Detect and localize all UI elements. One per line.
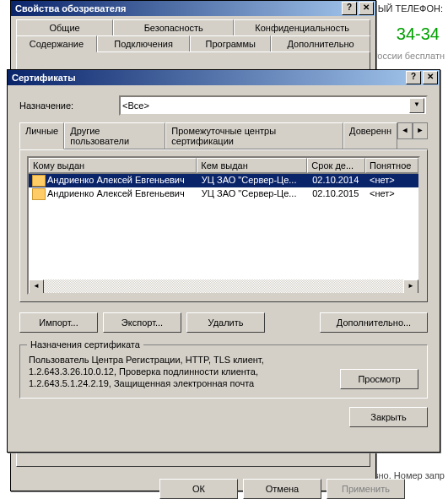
tab-security[interactable]: Безопасность — [113, 19, 234, 35]
certs-help-button[interactable]: ? — [406, 71, 421, 84]
tab-programs[interactable]: Программы — [190, 35, 271, 52]
col-friendly-name[interactable]: Понятное — [365, 158, 418, 173]
scroll-track[interactable] — [44, 279, 403, 293]
tab-scroll-right[interactable]: ► — [413, 122, 428, 139]
ok-button[interactable]: ОК — [159, 479, 238, 499]
cert-icon — [32, 175, 46, 187]
import-button[interactable]: Импорт... — [19, 312, 98, 333]
props-tabs: Общие Безопасность Конфиденциальность — [11, 16, 375, 35]
tab-personal[interactable]: Личные — [19, 122, 64, 149]
cert-icon — [32, 188, 46, 200]
col-issued-to[interactable]: Кому выдан — [29, 158, 197, 173]
scroll-right-icon[interactable]: ► — [403, 279, 418, 295]
purpose-group: Назначения сертификата Пользователь Цент… — [19, 344, 428, 399]
help-button[interactable]: ? — [342, 2, 357, 15]
bg-free-text: России бесплатн — [372, 51, 448, 61]
purpose-select[interactable]: <Все> ▼ — [119, 95, 428, 116]
chevron-down-icon[interactable]: ▼ — [409, 98, 424, 113]
certs-titlebar: Сертификаты ? ✕ — [8, 70, 440, 85]
props-titlebar: Свойства обозревателя ? ✕ — [11, 1, 375, 16]
view-button[interactable]: Просмотр — [340, 369, 418, 389]
cert-button-row: Импорт... Экспорт... Удалить Дополнитель… — [19, 312, 428, 333]
props-button-row: ОК Отмена Применить — [154, 472, 375, 499]
hscrollbar[interactable]: ◄ ► — [29, 279, 418, 293]
cert-list[interactable]: Кому выдан Кем выдан Срок де... Понятное… — [27, 156, 420, 295]
tab-scroll-left[interactable]: ◄ — [397, 122, 413, 139]
close-button[interactable]: ✕ — [359, 2, 374, 15]
col-expiry[interactable]: Срок де... — [307, 158, 365, 173]
tab-connections[interactable]: Подключения — [97, 35, 191, 52]
apply-button[interactable]: Применить — [327, 479, 405, 499]
export-button[interactable]: Экспорт... — [103, 312, 181, 333]
tab-intermediate[interactable]: Промежуточные центры сертификации — [165, 122, 343, 149]
tab-privacy[interactable]: Конфиденциальность — [234, 19, 370, 35]
tab-general[interactable]: Общие — [16, 19, 113, 35]
bg-phone-number: 34-34 — [388, 20, 448, 48]
purpose-value: <Все> — [122, 100, 409, 111]
props-tabs-2: Содержание Подключения Программы Дополни… — [11, 35, 375, 52]
props-title: Свойства обозревателя — [13, 3, 340, 14]
cert-tabs: Личные Другие пользователи Промежуточные… — [19, 122, 428, 149]
group-title: Назначения сертификата — [27, 339, 143, 350]
tab-advanced[interactable]: Дополнительно — [271, 35, 370, 52]
certs-close-button[interactable]: ✕ — [423, 71, 438, 84]
purpose-text: Пользователь Центра Регистрации, HTTP, T… — [29, 354, 333, 389]
advanced-button[interactable]: Дополнительно... — [320, 312, 428, 333]
tab-other-users[interactable]: Другие пользователи — [64, 122, 165, 149]
purpose-label: Назначение: — [19, 100, 112, 111]
delete-button[interactable]: Удалить — [186, 312, 265, 333]
close-cert-button[interactable]: Закрыть — [349, 407, 428, 427]
tab-trusted[interactable]: Доверенн — [343, 122, 397, 149]
certs-title: Сертификаты — [9, 73, 404, 83]
col-issued-by[interactable]: Кем выдан — [197, 158, 307, 173]
cert-row[interactable]: Андриенко Алексей Евгеньевич УЦ ЗАО "Сер… — [29, 187, 418, 201]
cert-list-header: Кому выдан Кем выдан Срок де... Понятное — [29, 158, 418, 174]
certificates-window: Сертификаты ? ✕ Назначение: <Все> ▼ Личн… — [7, 69, 440, 453]
cert-row[interactable]: Андриенко Алексей Евгеньевич УЦ ЗАО "Сер… — [29, 174, 418, 187]
scroll-left-icon[interactable]: ◄ — [29, 279, 44, 295]
purpose-row: Назначение: <Все> ▼ — [19, 95, 428, 116]
cancel-button[interactable]: Отмена — [243, 479, 321, 499]
tab-content[interactable]: Содержание — [16, 35, 97, 52]
